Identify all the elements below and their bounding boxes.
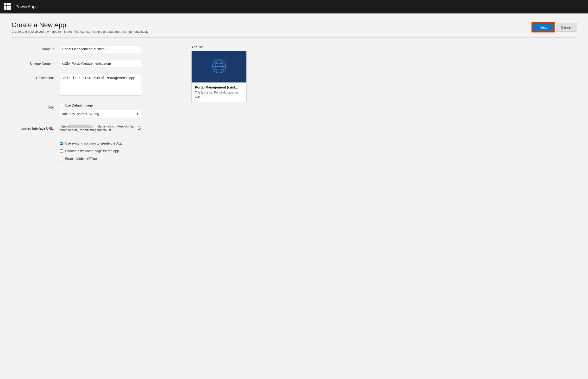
page-header-left: Create a New App Create and publish your… (12, 21, 148, 33)
use-existing-solution-row: Use existing solution to create the App (60, 142, 180, 145)
mobile-offline-label[interactable]: Enable Mobile Offline (65, 157, 97, 161)
icon-label: Icon: (12, 103, 60, 109)
welcome-page-checkbox[interactable] (60, 149, 63, 153)
form-area: Name :* Unique Name :* Description: (12, 45, 576, 171)
url-text: https://██████████.crm.dynamics.com/Apps… (60, 125, 136, 132)
bottom-checkboxes-wrap: Use existing solution to create the App … (60, 142, 180, 164)
page-title: Create a New App (12, 21, 148, 29)
mobile-offline-checkbox[interactable] (60, 157, 63, 160)
use-existing-solution-label[interactable]: Use existing solution to create the App (65, 142, 122, 145)
url-control-wrap: https://██████████.crm.dynamics.com/Apps… (60, 125, 180, 132)
bottom-checkboxes-row: Use existing solution to create the App … (12, 139, 180, 164)
use-default-image-label[interactable]: Use Default Image (65, 103, 93, 107)
description-input[interactable]: This is custom Portal Management app. (60, 74, 141, 96)
page-header: Create a New App Create and publish your… (12, 21, 576, 33)
description-control-wrap: This is custom Portal Management app. (60, 74, 180, 97)
bottom-checkboxes-label (12, 139, 60, 141)
unique-name-input[interactable] (60, 60, 141, 67)
cancel-button[interactable]: Cancel (556, 23, 576, 32)
name-label: Name :* (12, 45, 60, 51)
form-fields: Name :* Unique Name :* Description: (12, 45, 180, 171)
description-label: Description: (12, 74, 60, 80)
url-label: Unified Interface URL: (12, 125, 60, 130)
topbar: PowerApps (0, 0, 588, 14)
icon-dropdown[interactable]: adx_nav_portals_32.png (60, 110, 141, 118)
main-content: Create a New App Create and publish your… (0, 14, 588, 379)
name-input[interactable] (60, 45, 141, 53)
welcome-page-label[interactable]: Choose a welcome page for the app (65, 149, 119, 153)
waffle-icon[interactable] (4, 3, 12, 11)
app-tile-info: Portal Management (cust... This is custo… (192, 82, 247, 102)
divider (12, 37, 576, 37)
mobile-offline-row: Enable Mobile Offline (60, 157, 180, 161)
page-subtitle: Create and publish your own app in minut… (12, 30, 148, 33)
unique-name-row: Unique Name :* (12, 60, 180, 67)
url-display: https://██████████.crm.dynamics.com/Apps… (60, 125, 141, 132)
app-tile-card: Portal Management (cust... This is custo… (191, 51, 247, 102)
description-row: Description: This is custom Portal Manag… (12, 74, 180, 97)
url-row: Unified Interface URL: https://█████████… (12, 125, 180, 132)
unique-name-label: Unique Name :* (12, 60, 60, 65)
app-tile-desc: This is custom Portal Management app. (195, 91, 243, 99)
name-row: Name :* (12, 45, 180, 53)
globe-icon (211, 59, 227, 75)
icon-row: Icon: Use Default Image adx_nav_portals_… (12, 103, 180, 118)
unique-name-control-wrap (60, 60, 180, 67)
use-existing-solution-checkbox[interactable] (60, 142, 63, 145)
app-tile-image (192, 51, 247, 82)
header-buttons: Next Cancel (532, 23, 576, 32)
welcome-page-row: Choose a welcome page for the app (60, 149, 180, 153)
use-default-image-checkbox[interactable] (60, 104, 63, 107)
app-tile-name: Portal Management (cust... (195, 85, 243, 89)
use-default-image-row: Use Default Image (60, 103, 180, 107)
app-tile-label: App Tile: (191, 45, 249, 49)
name-control-wrap (60, 45, 180, 53)
copy-icon[interactable]: 🗍 (138, 126, 141, 130)
next-button[interactable]: Next (532, 23, 554, 32)
icon-control-wrap: Use Default Image adx_nav_portals_32.png… (60, 103, 180, 118)
app-title: PowerApps (15, 4, 37, 9)
app-tile-section: App Tile: Portal Management (cust (191, 45, 249, 102)
icon-dropdown-wrap: adx_nav_portals_32.png ▼ (60, 110, 141, 118)
